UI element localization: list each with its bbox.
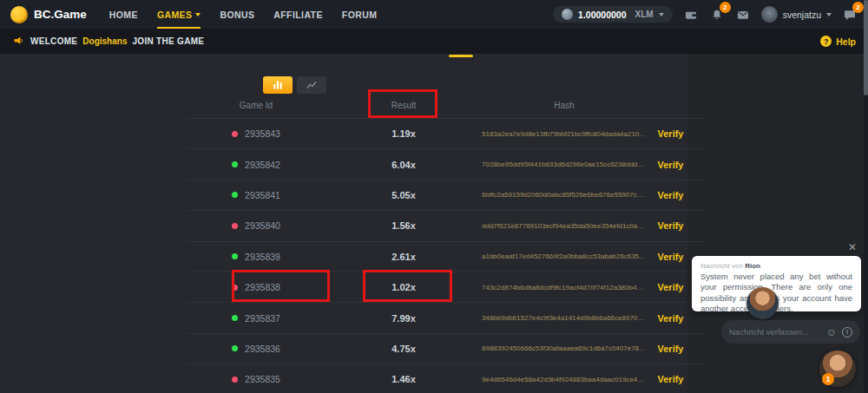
bc-coin-logo-icon [10,6,28,23]
verify-link[interactable]: Verify [647,160,694,170]
trend-view-toggle[interactable] [297,76,326,94]
scrollbar-thumb[interactable] [864,0,868,95]
wallet-icon [684,8,698,22]
trend-chart-icon [306,79,318,91]
table-row: 2935835 1.46x 9e4d6546d4e58a42d3b4f92488… [187,364,707,393]
chat-input-bar [721,320,860,344]
hash-value: ddd7f521e87769103ecf94ea35da50ee354efd1c… [482,222,647,230]
verify-link[interactable]: Verify [647,190,694,200]
nav-item-affiliate[interactable]: AFFILIATE [273,0,322,29]
header-game-id: Game Id [187,101,326,110]
game-id: 2935841 [245,190,280,200]
main-nav: HOME GAMES BONUS AFFILIATE FORUM [109,0,378,29]
table-view-toggle[interactable] [263,76,293,94]
bar-chart-icon [272,79,284,91]
result-value: 5.05x [326,190,482,200]
view-toggles [263,76,326,94]
page: BC.Game HOME GAMES BONUS AFFILIATE FORUM… [0,0,868,393]
result-value: 2.61x [326,252,482,262]
hash-value: a1bb0eaaf17ed4527669f2a0bba8cc53abab26c6… [482,252,647,260]
chat-sender-name: Rion [745,262,760,270]
welcome-bar: WELCOME Dogishans JOIN THE GAME Help [0,29,868,54]
help-button[interactable]: Help [820,36,856,47]
navbar-right: 1.00000000 XLM 2 svenjatzu 2 [553,6,858,23]
status-dot [232,192,238,198]
result-value: 7.99x [326,313,482,324]
table-row: 2935843 1.19x 5183a2ea7e9d8e13fb79bbf21b… [187,118,707,148]
header-result: Result [326,101,482,110]
page-scrollbar[interactable] [864,0,868,393]
welcome-prefix: WELCOME [30,36,77,46]
game-id: 2935838 [245,282,280,292]
welcome-suffix: JOIN THE GAME [132,36,204,46]
exclamation-icon[interactable] [842,327,852,337]
notifications-button[interactable]: 2 [709,7,725,23]
verify-link[interactable]: Verify [647,220,694,231]
verify-link[interactable]: Verify [647,313,694,324]
nav-item-home[interactable]: HOME [109,0,138,29]
emoji-icon[interactable] [826,327,837,337]
hash-value: 8988392450666c53f30afaaaea69c1d6a7c0407e… [482,344,647,352]
game-id: 2935842 [245,160,280,170]
game-id: 2935837 [245,313,280,324]
chat-toggle-button[interactable]: 2 [842,7,858,23]
header-hash: Hash [482,101,647,110]
nav-item-games[interactable]: GAMES [157,0,201,29]
table-row: 2935842 6.04x 7028be95dd95f441b633d6d296… [187,148,707,179]
hash-value: 348bb9db61527e4c9f3e4a1414d9b8b6a66ce897… [482,314,647,322]
verify-link[interactable]: Verify [647,374,694,384]
game-id: 2935840 [245,220,280,231]
table-row: 2935837 7.99x 348bb9db61527e4c9f3e4a1414… [187,302,707,332]
status-dot [232,161,238,167]
avatar [761,6,778,23]
currency-label: XLM [635,10,654,19]
game-id: 2935839 [245,252,280,262]
status-dot [232,315,238,321]
chevron-down-icon [195,13,201,16]
status-dot [232,285,238,291]
verify-link[interactable]: Verify [647,128,694,139]
result-value: 1.56x [326,220,482,231]
verify-link[interactable]: Verify [647,282,694,292]
welcome-username[interactable]: Dogishans [82,36,127,46]
game-id: 2935836 [245,344,280,354]
status-dot [232,223,238,229]
chat-message-meta: Nachricht von Rion [700,262,852,270]
balance-selector[interactable]: 1.00000000 XLM [553,6,673,23]
chat-message-input[interactable] [729,327,821,337]
verify-link[interactable]: Verify [647,252,694,262]
game-id: 2935843 [245,128,280,139]
status-dot [232,253,238,259]
hash-value: 7028be95dd95f441b633d6d296e0ae15cc6238dd… [482,160,647,168]
result-value: 1.02x [326,282,482,292]
navbar: BC.Game HOME GAMES BONUS AFFILIATE FORUM… [0,0,868,29]
close-icon[interactable] [848,242,857,252]
chat-meta-prefix: Nachricht von [700,262,743,270]
hash-value: 743c2d874b6d8a8dcdf9fc19acf4d70f74f12a38… [482,284,647,291]
megaphone-icon [12,35,25,48]
hash-value: 6bffc2a59159d2060d0abc85f526e6be676e5590… [482,191,647,199]
brand-name: BC.Game [34,8,87,21]
game-id: 2935835 [245,374,280,384]
help-label: Help [836,36,856,47]
table-row: 2935840 1.56x ddd7f521e87769103ecf94ea35… [187,210,707,240]
username: svenjatzu [783,10,821,20]
chat-badge: 2 [852,2,864,13]
hash-value: 9e4d6546d4e58a42d3b4f924883baa4daac019ce… [482,376,647,383]
verify-link[interactable]: Verify [647,344,694,354]
chat-sender-avatar [746,287,779,319]
status-dot [232,345,238,351]
result-value: 4.75x [326,344,482,354]
table-row: 2935839 2.61x a1bb0eaaf17ed4527669f2a0bb… [187,241,707,272]
nav-item-forum[interactable]: FORUM [342,0,378,29]
result-value: 1.19x [326,128,482,139]
table-row: 2935838 1.02x 743c2d874b6d8a8dcdf9fc19ac… [187,272,707,302]
wallet-button[interactable] [683,7,699,23]
table-row: 2935841 5.05x 6bffc2a59159d2060d0abc85f5… [187,180,707,210]
chevron-down-icon [826,13,832,16]
brand[interactable]: BC.Game [10,6,87,23]
messages-button[interactable] [735,7,751,23]
nav-item-bonus[interactable]: BONUS [220,0,254,29]
mail-icon [736,8,750,22]
user-menu[interactable]: svenjatzu [761,6,832,23]
